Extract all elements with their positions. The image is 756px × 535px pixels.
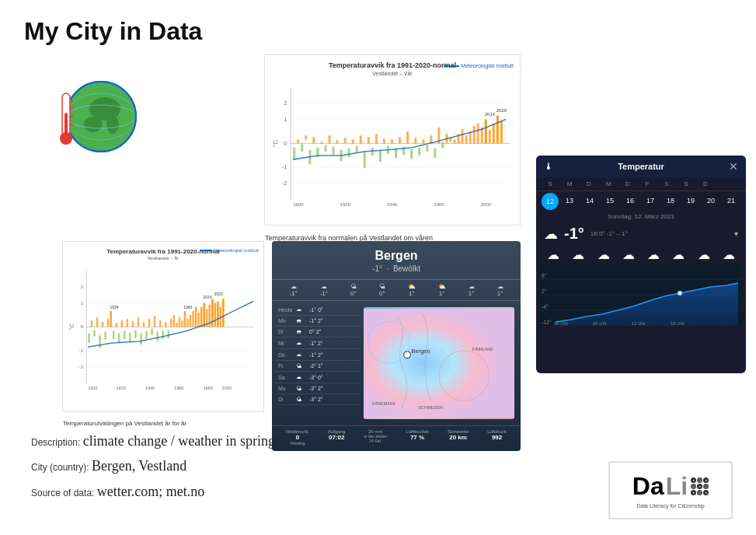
svg-text:0: 0	[81, 324, 84, 330]
svg-rect-37	[336, 140, 339, 143]
svg-rect-75	[485, 119, 487, 143]
svg-text:2020: 2020	[214, 292, 223, 297]
weather-forecast-days: Heute☁-1° 0° Mo🌧-1° 2° Di🌧0° 2° Mi☁-1° 2…	[275, 304, 361, 422]
cal-day-21[interactable]: 21	[722, 193, 740, 208]
svg-text:2000: 2000	[222, 386, 232, 390]
hour-8: ☁1°	[497, 283, 503, 297]
svg-text:1960: 1960	[174, 386, 183, 390]
svg-rect-36	[333, 146, 335, 154]
cal-day-16[interactable]: 16	[621, 193, 639, 208]
svg-rect-114	[129, 333, 131, 342]
cal-day-20[interactable]: 20	[702, 193, 720, 208]
svg-rect-120	[145, 331, 148, 339]
expand-icon[interactable]: ▾	[734, 229, 738, 238]
weather-stats-row: Niederschl.0Niedrig Aufgang07:02 20 mmin…	[272, 425, 521, 449]
close-icon[interactable]: ✕	[729, 160, 738, 173]
weather-widget: Bergen -1° · Bewölkt ☁-1° ☁-1° 🌤0° 🌤0° ⛅…	[272, 241, 521, 451]
city-value: Bergen, Vestland	[92, 458, 186, 474]
cal-day-17[interactable]: 17	[641, 193, 660, 208]
svg-rect-113	[127, 320, 129, 327]
svg-rect-104	[102, 323, 104, 327]
svg-rect-119	[143, 323, 145, 327]
svg-text:1980: 1980	[203, 386, 212, 390]
svg-text:2°: 2°	[542, 288, 547, 294]
description-value: climate change / weather in spring	[83, 433, 275, 449]
svg-rect-128	[168, 330, 170, 338]
svg-rect-44	[364, 152, 366, 168]
hour-7: ☁1°	[469, 283, 475, 297]
weather-city: Bergen	[272, 241, 521, 264]
svg-text:2020: 2020	[496, 107, 507, 113]
svg-rect-102	[96, 317, 99, 327]
svg-rect-118	[140, 334, 142, 344]
svg-rect-45	[368, 137, 370, 143]
svg-rect-129	[170, 320, 172, 327]
cal-day-14[interactable]: 14	[580, 193, 599, 208]
svg-text:12 Uhr: 12 Uhr	[632, 321, 646, 326]
svg-point-3	[106, 115, 119, 134]
svg-rect-70	[465, 135, 468, 143]
svg-text:°C: °C	[69, 324, 75, 330]
svg-rect-101	[93, 330, 96, 337]
svg-rect-107	[110, 311, 112, 327]
svg-rect-110	[118, 334, 120, 343]
svg-rect-58	[418, 147, 420, 155]
svg-rect-35	[328, 135, 330, 143]
weather-map: Bergen SCHWEDEN FINNLAND DÄNEMARK	[364, 307, 514, 419]
svg-rect-136	[190, 315, 192, 327]
svg-rect-64	[441, 142, 444, 148]
svg-rect-72	[473, 126, 476, 144]
svg-text:1940: 1940	[387, 201, 398, 207]
svg-rect-140	[200, 307, 203, 327]
svg-rect-27	[297, 139, 299, 143]
svg-text:2: 2	[81, 284, 84, 289]
hour-2: ☁-1°	[320, 283, 328, 297]
svg-rect-100	[91, 321, 93, 327]
cal-day-15[interactable]: 15	[601, 193, 619, 208]
svg-rect-8	[64, 113, 68, 135]
svg-rect-39	[344, 138, 347, 143]
hour-4: 🌤0°	[379, 283, 385, 297]
dali-logo-dots: ● ○ ● ○ ● ○ ● ○ ●	[691, 477, 709, 495]
svg-rect-76	[489, 130, 491, 144]
svg-rect-105	[104, 332, 106, 340]
svg-text:1900: 1900	[293, 201, 304, 207]
svg-rect-121	[148, 320, 151, 327]
svg-text:-1: -1	[79, 348, 84, 354]
dali-logo: Da Li ● ○ ● ○ ● ○ ● ○ ● Data Literacy fo…	[608, 461, 733, 519]
source-label: Source of data:	[31, 488, 94, 498]
svg-rect-59	[422, 139, 424, 143]
description-block: Description: climate change / weather in…	[31, 428, 275, 504]
city-label: City (country):	[31, 462, 89, 473]
svg-rect-137	[192, 311, 194, 327]
svg-rect-138	[195, 307, 197, 327]
dali-logo-li: Li	[666, 472, 688, 501]
svg-text:18 Uhr: 18 Uhr	[671, 321, 685, 326]
cal-day-12[interactable]: 12	[542, 193, 559, 210]
svg-text:-2: -2	[79, 364, 84, 369]
svg-rect-145	[214, 303, 217, 327]
svg-rect-125	[159, 321, 162, 327]
temperature-graph-widget: 🌡 Temperatur ✕ S M D M D F S S D 12 13 1…	[536, 156, 746, 373]
tgw-calendar: S M D M D F S S D	[536, 177, 746, 191]
cal-day-13[interactable]: 13	[560, 193, 579, 208]
svg-point-9	[60, 132, 72, 145]
svg-rect-135	[186, 320, 189, 327]
svg-rect-43	[360, 135, 362, 143]
svg-rect-67	[454, 139, 456, 143]
svg-rect-127	[165, 323, 167, 327]
svg-rect-62	[434, 148, 436, 157]
svg-rect-109	[115, 323, 117, 327]
svg-text:-12°: -12°	[542, 320, 552, 325]
svg-rect-42	[356, 145, 358, 152]
svg-rect-51	[391, 139, 393, 143]
cal-day-19[interactable]: 19	[681, 193, 700, 208]
svg-rect-49	[383, 138, 385, 143]
svg-rect-57	[414, 138, 416, 143]
svg-rect-78	[496, 115, 499, 143]
svg-text:SCHWEDEN: SCHWEDEN	[419, 405, 443, 410]
cal-day-18[interactable]: 18	[661, 193, 680, 208]
svg-rect-41	[352, 139, 354, 143]
svg-rect-29	[305, 135, 307, 139]
svg-rect-33	[320, 142, 322, 143]
